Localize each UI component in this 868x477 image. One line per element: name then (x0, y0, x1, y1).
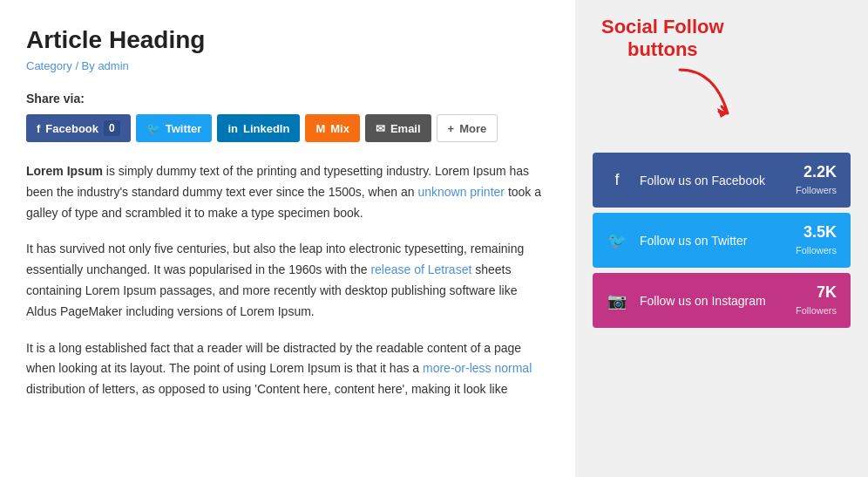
twitter-icon: 🐦 (146, 122, 160, 135)
twitter-count: 3.5K (796, 223, 837, 242)
main-content: Article Heading Category / By admin Shar… (0, 0, 575, 477)
callout-label: Social Follow buttons (601, 16, 724, 62)
arrow-icon (662, 61, 749, 131)
email-icon: ✉ (376, 122, 385, 135)
share-email-button[interactable]: ✉ Email (365, 114, 431, 142)
mix-icon: M (315, 122, 325, 135)
share-more-button[interactable]: + More (437, 114, 498, 142)
paragraph-1: Lorem Ipsum is simply dummy text of the … (26, 161, 549, 223)
twitter-label: Twitter (166, 122, 202, 135)
meta-separator: / (75, 59, 81, 72)
social-card-facebook[interactable]: f Follow us on Facebook 2.2K Followers (593, 153, 851, 208)
share-twitter-button[interactable]: 🐦 Twitter (136, 114, 213, 142)
link-release[interactable]: release of Letraset (370, 262, 471, 276)
article-meta: Category / By admin (26, 59, 549, 72)
linkedin-label: LinkedIn (243, 122, 289, 135)
facebook-label: Facebook (45, 122, 98, 135)
mix-label: Mix (330, 122, 349, 135)
twitter-social-icon: 🐦 (607, 231, 627, 250)
callout-line1: Social Follow (601, 16, 724, 37)
sidebar: Social Follow buttons f Follow us on Fac… (575, 0, 868, 477)
linkedin-icon: in (227, 122, 238, 135)
facebook-icon: f (37, 122, 40, 135)
facebook-social-icon: f (607, 171, 627, 189)
arrow-container (662, 61, 749, 134)
facebook-followers-label: Followers (796, 185, 837, 195)
share-facebook-button[interactable]: f Facebook 0 (26, 114, 131, 142)
category-link[interactable]: Category (26, 59, 72, 72)
article-heading: Article Heading (26, 26, 549, 54)
facebook-follow-label: Follow us on Facebook (640, 174, 796, 187)
link-more-or-less[interactable]: more-or-less normal (423, 361, 532, 375)
more-icon: + (448, 122, 455, 135)
author-link[interactable]: By admin (82, 59, 129, 72)
share-linkedin-button[interactable]: in LinkedIn (217, 114, 300, 142)
facebook-count: 2.2K (796, 163, 837, 181)
facebook-stats: 2.2K Followers (796, 163, 837, 197)
link-unknown[interactable]: unknown printer (417, 185, 505, 199)
paragraph-3: It is a long established fact that a rea… (26, 338, 549, 400)
instagram-stats: 7K Followers (796, 283, 837, 317)
more-label: More (459, 122, 486, 135)
twitter-follow-label: Follow us on Twitter (640, 234, 796, 248)
twitter-followers-label: Followers (796, 245, 837, 256)
share-buttons: f Facebook 0 🐦 Twitter in LinkedIn M Mix… (26, 114, 549, 142)
instagram-count: 7K (796, 283, 837, 302)
social-card-instagram[interactable]: 📷 Follow us on Instagram 7K Followers (593, 273, 851, 328)
instagram-follow-label: Follow us on Instagram (640, 294, 796, 308)
facebook-count: 0 (104, 120, 120, 136)
instagram-social-icon: 📷 (607, 291, 627, 310)
twitter-stats: 3.5K Followers (796, 223, 837, 257)
share-label: Share via: (26, 92, 549, 106)
paragraph-2: It has survived not only five centuries,… (26, 239, 549, 322)
article-body: Lorem Ipsum is simply dummy text of the … (26, 161, 549, 400)
social-follow-cards: f Follow us on Facebook 2.2K Followers 🐦… (593, 153, 851, 328)
callout-line2: buttons (627, 38, 698, 60)
share-mix-button[interactable]: M Mix (305, 114, 360, 142)
social-card-twitter[interactable]: 🐦 Follow us on Twitter 3.5K Followers (593, 213, 851, 268)
email-label: Email (390, 122, 421, 135)
instagram-followers-label: Followers (796, 305, 837, 316)
